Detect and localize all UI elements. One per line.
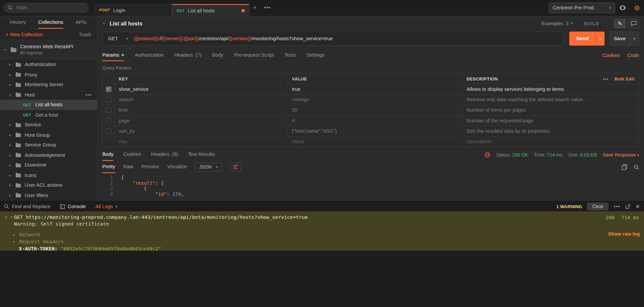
param-key-placeholder[interactable]: Key <box>114 136 287 146</box>
url-input[interactable]: {{protocol}}://{{server}}:{{port}}/centr… <box>134 36 333 42</box>
folder-proxy[interactable]: ▸ Proxy <box>0 70 97 80</box>
console-log-entry[interactable]: ⚠ ▾ GET https://monitoring-preprod.compa… <box>0 213 644 221</box>
param-description[interactable]: Sort the resulted data by its properties <box>462 126 639 136</box>
open-in-new-icon[interactable] <box>626 204 630 208</box>
folder-user-acl-actions[interactable]: ▸ User ACL actions <box>0 180 97 190</box>
tab-list-all-hosts[interactable]: GET List all hosts <box>172 4 249 16</box>
request-get-a-host[interactable]: GET Get a host <box>0 110 97 120</box>
param-description[interactable]: Number of the requested page <box>462 116 639 126</box>
edit-request-button[interactable]: ✎ <box>614 19 626 28</box>
tab-pre-request-script[interactable]: Pre-request Script <box>234 50 274 61</box>
copy-icon[interactable] <box>622 164 627 170</box>
sidebar-tab-collections[interactable]: Collections <box>38 16 63 28</box>
param-description-placeholder[interactable]: Description <box>462 136 639 146</box>
table-options-icon[interactable]: ••• <box>603 76 608 81</box>
log-filter-dropdown[interactable]: All Logs ▾ <box>95 203 117 209</box>
new-collection-button[interactable]: + New Collection <box>6 32 43 37</box>
param-value[interactable]: {"host.name":"ASC"} <box>287 126 462 136</box>
tab-options-icon[interactable]: ••• <box>260 0 274 16</box>
sidebar-tab-history[interactable]: History <box>10 16 26 28</box>
tab-authorization[interactable]: Authorization <box>135 50 164 61</box>
bulk-edit-link[interactable]: Bulk Edit <box>614 76 635 81</box>
param-value[interactable]: 20 <box>287 105 462 115</box>
view-tab-raw[interactable]: Raw <box>123 161 133 173</box>
new-tab-button[interactable]: + <box>249 0 260 16</box>
console-tab[interactable]: Console <box>60 203 86 209</box>
response-tab-body[interactable]: Body <box>102 148 114 161</box>
trash-button[interactable]: Trash <box>79 32 91 37</box>
folder-icons[interactable]: ▸ Icons <box>0 170 97 180</box>
search-response-icon[interactable] <box>634 164 639 170</box>
param-checkbox[interactable] <box>106 128 111 134</box>
tab-headers[interactable]: Headers (7) <box>174 50 202 61</box>
tab-params[interactable]: Params <box>102 50 124 61</box>
show-raw-log-link[interactable]: Show raw log <box>608 231 640 237</box>
collection-expand-caret-icon[interactable]: ▾ <box>3 48 7 52</box>
folder-monitoring-server[interactable]: ▸ Monitoring Server <box>0 80 97 90</box>
console-options-icon[interactable]: ••• <box>614 203 620 209</box>
folder-service-group[interactable]: ▸ Service Group <box>0 140 97 150</box>
folder-host[interactable]: ▾ Host ••• <box>0 90 97 100</box>
param-description[interactable]: Allows to display services belonging to … <box>462 84 639 94</box>
clear-console-button[interactable]: Clear <box>587 203 608 210</box>
save-options-button[interactable]: ▾ <box>630 32 639 45</box>
code-link[interactable]: Code <box>627 53 639 58</box>
log-expand-caret-icon[interactable]: ▾ <box>9 215 14 219</box>
folder-options-icon[interactable]: ••• <box>86 92 92 98</box>
environment-selector[interactable]: Centreon Pre Prod ▾ <box>549 2 615 13</box>
request-title-caret-icon[interactable]: ▸ <box>102 21 106 25</box>
filter-input[interactable] <box>16 4 84 11</box>
network-globe-icon[interactable] <box>485 152 490 158</box>
settings-button[interactable]: ⚙ <box>630 0 644 16</box>
param-value[interactable]: <string> <box>287 95 462 105</box>
param-value[interactable]: true <box>287 84 462 94</box>
sidebar-tab-apis[interactable]: APIs <box>75 16 86 28</box>
folder-user-filters[interactable]: ▸ User filters <box>0 190 97 200</box>
log-section-request-headers[interactable]: ▾ Request Headers <box>0 238 644 245</box>
view-tab-pretty[interactable]: Pretty <box>102 161 115 173</box>
method-selector[interactable]: GET ▾ <box>103 36 134 42</box>
format-selector[interactable]: JSON ▾ <box>195 163 222 172</box>
param-checkbox-checked[interactable]: ✓ <box>106 86 111 92</box>
param-checkbox[interactable] <box>106 118 111 123</box>
folder-downtime[interactable]: ▸ Downtime <box>0 160 97 170</box>
param-description[interactable]: Number of items per pages <box>462 105 639 115</box>
log-section-network[interactable]: ▸ Network <box>0 231 644 238</box>
send-button[interactable]: Send <box>569 32 595 46</box>
response-tab-cookies[interactable]: Cookies <box>123 148 141 161</box>
environment-quick-look-button[interactable] <box>615 0 630 16</box>
find-and-replace-button[interactable]: Find and Replace <box>4 203 50 209</box>
param-value[interactable]: 4 <box>287 116 462 126</box>
wrap-lines-button[interactable] <box>230 163 241 172</box>
tab-tests[interactable]: Tests <box>284 50 296 61</box>
response-tab-test-results[interactable]: Test Results <box>188 148 215 161</box>
tab-body[interactable]: Body <box>212 50 223 61</box>
folder-service[interactable]: ▸ Service <box>0 120 97 130</box>
close-console-icon[interactable]: ✕ <box>635 203 640 209</box>
param-key[interactable]: search <box>114 95 287 105</box>
send-options-button[interactable]: ▾ <box>596 32 605 46</box>
response-tab-headers[interactable]: Headers (9) <box>151 148 178 161</box>
comments-button[interactable] <box>628 19 639 28</box>
param-checkbox[interactable] <box>106 97 111 102</box>
param-key[interactable]: show_service <box>114 84 287 94</box>
param-key[interactable]: limit <box>114 105 287 115</box>
save-response-dropdown[interactable]: Save Response ▾ <box>602 152 639 157</box>
param-checkbox[interactable] <box>106 108 111 113</box>
folder-authentication[interactable]: ▸ Authentication <box>0 60 97 70</box>
request-list-all-hosts[interactable]: GET List all hosts <box>0 100 97 110</box>
view-tab-visualize[interactable]: Visualize <box>167 161 187 173</box>
folder-acknowledgement[interactable]: ▸ Acknowledgement <box>0 150 97 160</box>
param-key[interactable]: sort_by <box>114 126 287 136</box>
examples-dropdown[interactable]: Examples 3 ▾ <box>538 20 576 26</box>
sidebar-filter[interactable] <box>3 3 89 13</box>
param-key[interactable]: page <box>114 116 287 126</box>
param-value-placeholder[interactable]: Value <box>287 136 462 146</box>
cookies-link[interactable]: Cookies <box>602 53 620 58</box>
param-description[interactable]: Retrieve only data matching the defined … <box>462 95 639 105</box>
folder-host-group[interactable]: ▸ Host Group <box>0 130 97 140</box>
tab-login[interactable]: POST Login <box>95 4 172 16</box>
save-button[interactable]: Save <box>610 32 630 45</box>
view-tab-preview[interactable]: Preview <box>142 161 159 173</box>
collection-item[interactable]: ▾ Centreon Web RestAPI 60 requests <box>0 40 97 60</box>
